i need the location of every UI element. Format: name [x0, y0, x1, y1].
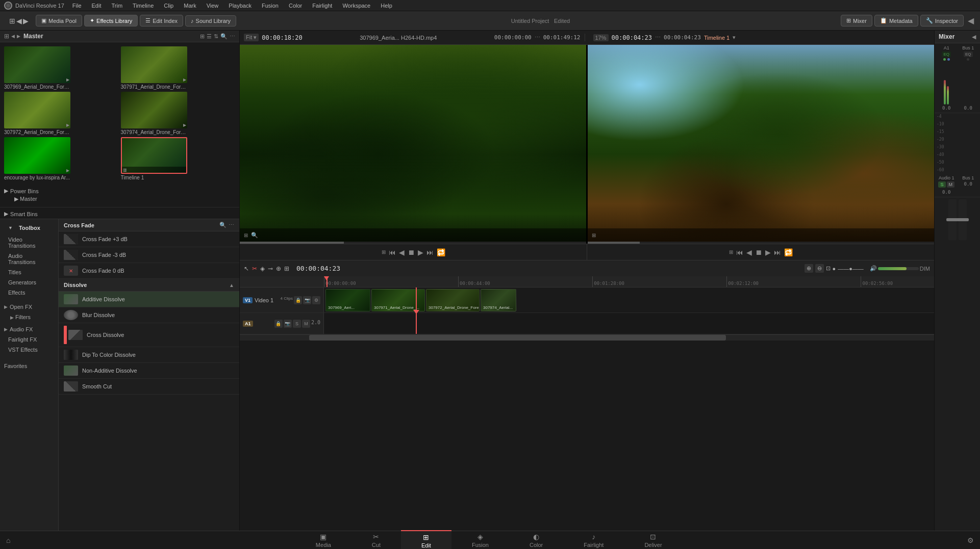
- timeline-more-btn[interactable]: ⋯: [655, 34, 661, 41]
- clip-v1-2[interactable]: 307971_Aerial_Drone_...: [371, 289, 425, 311]
- collapse-btn[interactable]: ◀: [966, 16, 976, 25]
- power-bins-label[interactable]: ▶ Power Bins: [4, 188, 235, 194]
- viewer-zoom-icon[interactable]: 🔍: [251, 232, 258, 239]
- edit-index-btn[interactable]: ☰ Edit Index: [140, 15, 183, 27]
- tl-to-start[interactable]: ⏮: [736, 248, 743, 256]
- sidebar-item-filters[interactable]: ▶ Filters: [8, 312, 58, 322]
- home-btn[interactable]: ⌂: [6, 536, 10, 544]
- timeline-settings-btn[interactable]: ●: [833, 266, 836, 272]
- effect-cross-fade-neg3db[interactable]: Cross Fade -3 dB: [59, 247, 239, 263]
- menu-timeline[interactable]: Timeline: [131, 2, 156, 10]
- tab-fusion[interactable]: ◈ Fusion: [451, 531, 509, 550]
- audio-slider[interactable]: [878, 267, 919, 270]
- media-thumb-timeline[interactable]: ▥ Timeline 1: [121, 137, 236, 180]
- blade-tool[interactable]: ✂: [252, 265, 257, 272]
- src-to-start[interactable]: ⏮: [389, 248, 396, 256]
- audio-mute-icon[interactable]: 🔊: [870, 265, 877, 272]
- a1-lock-btn[interactable]: 🔒: [274, 320, 283, 328]
- search-effects-icon[interactable]: 🔍: [219, 222, 227, 228]
- mixer-btn[interactable]: ⊞ Mixer: [841, 15, 872, 27]
- tab-deliver[interactable]: ⊡ Deliver: [624, 531, 682, 550]
- src-viewer-settings[interactable]: ⊞: [382, 249, 386, 255]
- inspector-btn[interactable]: 🔧 Inspector: [920, 15, 964, 27]
- sidebar-item-titles[interactable]: Titles: [0, 267, 58, 277]
- clip-v1-4[interactable]: 307974_Aerial...: [481, 289, 516, 311]
- power-bins-master[interactable]: ▶ Master: [4, 194, 235, 204]
- effect-blur-dissolve[interactable]: Blur Dissolve: [59, 307, 239, 323]
- panel-fwd[interactable]: ▶: [17, 34, 20, 39]
- more-btn[interactable]: ⋯: [230, 33, 235, 40]
- fader-a1[interactable]: [948, 199, 957, 240]
- menu-clip[interactable]: Clip: [162, 2, 175, 10]
- v1-camera-btn[interactable]: 📷: [303, 296, 311, 304]
- menu-color[interactable]: Color: [287, 2, 304, 10]
- a1-m-btn[interactable]: M: [302, 320, 310, 328]
- grid-view-btn[interactable]: ⊞: [200, 33, 205, 40]
- media-thumb-1[interactable]: ▶ 307969_Aerial_Drone_Fores...: [4, 46, 119, 90]
- timeline-scrollbar[interactable]: [240, 334, 934, 341]
- tab-cut[interactable]: ✂ Cut: [351, 531, 401, 550]
- src-stop[interactable]: ⏹: [408, 248, 415, 256]
- ch-audio1-m-btn[interactable]: M: [947, 181, 955, 188]
- effect-cross-fade-3db[interactable]: Cross Fade +3 dB: [59, 231, 239, 247]
- tl-to-end[interactable]: ⏭: [774, 248, 781, 256]
- zoom-out-btn[interactable]: ⊖: [815, 264, 824, 273]
- menu-mark[interactable]: Mark: [182, 2, 198, 10]
- settings-btn[interactable]: ⚙: [967, 536, 974, 544]
- effect-non-additive-dissolve[interactable]: Non-Additive Dissolve: [59, 363, 239, 379]
- sidebar-item-fairlight-fx[interactable]: Fairlight FX: [0, 334, 58, 345]
- tab-fairlight[interactable]: ♪ Fairlight: [563, 531, 624, 550]
- dissolve-section-header[interactable]: Dissolve ▲: [59, 279, 239, 292]
- fit-dropdown[interactable]: Fit ▾: [244, 34, 259, 41]
- sidebar-item-generators[interactable]: Generators: [0, 277, 58, 287]
- insert-tool[interactable]: ⊕: [276, 265, 281, 272]
- timeline-dropdown-icon[interactable]: ▾: [733, 34, 736, 41]
- toolbox-header[interactable]: ▼ Toolbox: [0, 221, 58, 234]
- menu-fairlight[interactable]: Fairlight: [310, 2, 334, 10]
- effect-cross-fade-0db[interactable]: Cross Fade 0 dB: [59, 263, 239, 279]
- tl-loop[interactable]: 🔁: [784, 248, 793, 256]
- src-loop[interactable]: 🔁: [437, 248, 445, 256]
- src-to-end[interactable]: ⏭: [426, 248, 434, 256]
- source-more-btn[interactable]: ⋯: [535, 34, 540, 41]
- menu-fusion[interactable]: Fusion: [260, 2, 281, 10]
- clip-v1-3[interactable]: 307972_Aerial_Drone_Forest...: [426, 289, 480, 311]
- menu-edit[interactable]: Edit: [90, 2, 104, 10]
- scrollbar-thumb[interactable]: [309, 335, 726, 341]
- smart-bins-label[interactable]: ▶ Smart Bins: [4, 211, 235, 217]
- smooth-join[interactable]: ◈: [260, 265, 265, 272]
- tl-play[interactable]: ▶: [765, 248, 771, 256]
- nav-buttons[interactable]: ⊞ ◀ ▶: [4, 15, 34, 27]
- filters-item[interactable]: ▶ Filters: [0, 312, 58, 322]
- media-thumb-2[interactable]: ▶ 307971_Aerial_Drone_Fores...: [121, 46, 236, 90]
- effects-more-icon[interactable]: ⋯: [229, 222, 234, 228]
- timeline-name[interactable]: Timeline 1: [704, 35, 730, 41]
- list-view-btn[interactable]: ☰: [207, 33, 212, 40]
- fit-timeline-btn[interactable]: ⊡: [826, 265, 831, 272]
- panel-back[interactable]: ◀: [11, 34, 15, 39]
- zoom-in-btn[interactable]: ⊕: [805, 264, 813, 273]
- zoom-slider[interactable]: ——●——: [838, 266, 864, 272]
- audio-fx-header[interactable]: ▶ Audio FX: [0, 324, 58, 334]
- sort-btn[interactable]: ⇅: [214, 33, 218, 40]
- menu-view[interactable]: View: [205, 2, 221, 10]
- tab-edit[interactable]: ⊞ Edit: [401, 530, 451, 550]
- search-icon[interactable]: 🔍: [220, 33, 228, 40]
- media-thumb-4[interactable]: ▶ 307974_Aerial_Drone_Fores...: [121, 92, 236, 135]
- tl-step-back[interactable]: ◀: [746, 248, 752, 256]
- viewer-icons-left[interactable]: ⊞: [244, 232, 248, 238]
- menu-help[interactable]: Help: [379, 2, 394, 10]
- a1-camera-btn[interactable]: 📷: [284, 320, 292, 328]
- sidebar-item-audio-transitions[interactable]: Audio Transitions: [0, 251, 58, 267]
- metadata-btn[interactable]: 📋 Metadata: [874, 15, 918, 27]
- effect-dip-to-color[interactable]: Dip To Color Dissolve: [59, 347, 239, 363]
- tl-stop[interactable]: ⏹: [755, 248, 762, 256]
- effect-additive-dissolve[interactable]: Additive Dissolve: [59, 292, 239, 307]
- sidebar-item-vst-effects[interactable]: VST Effects: [0, 345, 58, 355]
- effect-cross-dissolve[interactable]: Cross Dissolve: [59, 323, 239, 347]
- sidebar-item-video-transitions[interactable]: Video Transitions: [0, 234, 58, 251]
- menu-workspace[interactable]: Workspace: [340, 2, 372, 10]
- v1-lock-btn[interactable]: 🔒: [294, 296, 302, 304]
- ch-audio1-s-btn[interactable]: S: [938, 181, 945, 188]
- src-play[interactable]: ▶: [418, 248, 423, 256]
